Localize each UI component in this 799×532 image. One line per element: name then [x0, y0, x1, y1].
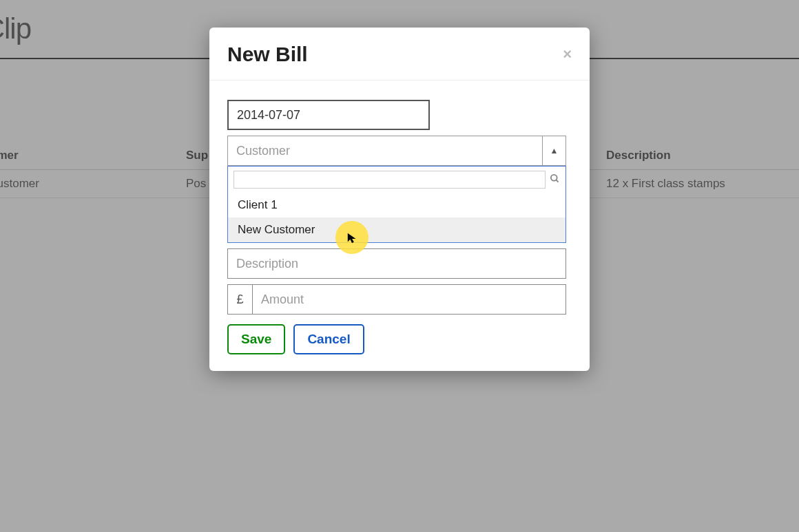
chevron-up-icon[interactable]: ▲	[542, 136, 565, 165]
dropdown-search-input[interactable]	[234, 171, 546, 189]
customer-dropdown: Client 1 New Customer	[227, 166, 566, 243]
dropdown-option-new-customer[interactable]: New Customer	[228, 217, 565, 242]
close-icon[interactable]: ×	[563, 45, 572, 63]
save-button[interactable]: Save	[227, 324, 285, 354]
cancel-button[interactable]: Cancel	[293, 324, 364, 354]
description-input[interactable]	[227, 248, 566, 279]
customer-select-placeholder: Customer	[228, 136, 542, 165]
svg-line-1	[556, 180, 558, 182]
date-input[interactable]	[227, 100, 430, 130]
dropdown-option-client1[interactable]: Client 1	[228, 193, 565, 217]
new-bill-modal: New Bill × Customer ▲ Client 1 New Custo…	[209, 28, 590, 371]
modal-header: New Bill ×	[209, 28, 590, 81]
svg-point-0	[551, 174, 557, 180]
customer-select[interactable]: Customer ▲	[227, 136, 566, 166]
modal-title: New Bill	[227, 43, 308, 66]
amount-input[interactable]	[252, 284, 566, 315]
currency-label: £	[227, 284, 252, 315]
search-icon	[550, 173, 560, 187]
